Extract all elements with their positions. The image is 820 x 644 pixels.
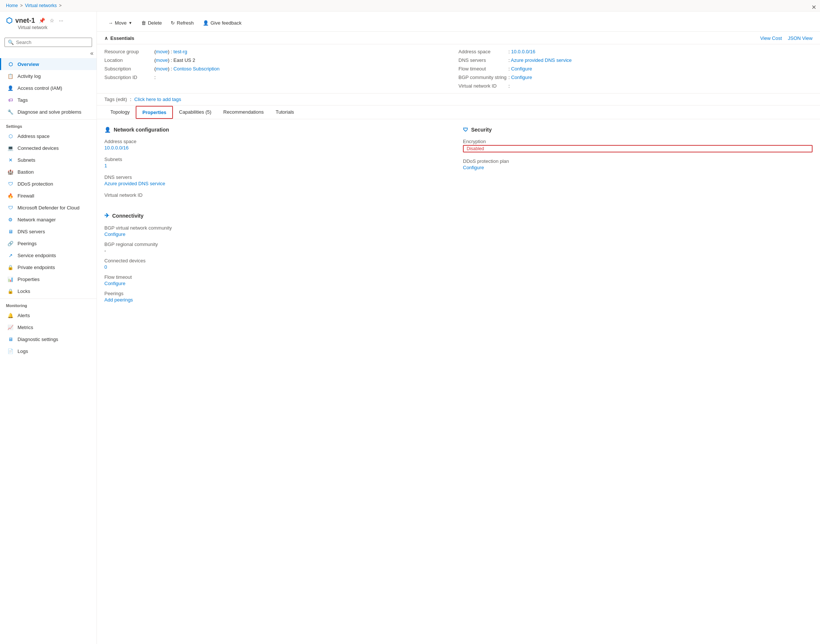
collapse-button[interactable]: « bbox=[90, 50, 93, 57]
essentials-vnet-id: Virtual network ID : bbox=[458, 83, 812, 89]
locks-icon: 🔒 bbox=[7, 288, 14, 294]
tabs-bar: Topology Properties Capabilities (5) Rec… bbox=[97, 106, 820, 119]
sidebar-item-peerings[interactable]: 🔗 Peerings bbox=[0, 238, 97, 249]
prop-vnet-id: Virtual network ID bbox=[104, 192, 454, 199]
subnets-icon: ✕ bbox=[7, 156, 14, 163]
flow-timeout-value-link[interactable]: Configure bbox=[511, 66, 532, 72]
delete-icon: 🗑 bbox=[141, 20, 146, 26]
prop-bgp-regional: BGP regional community - bbox=[104, 241, 812, 253]
ddos-prop-value[interactable]: Configure bbox=[463, 165, 812, 170]
tags-edit-link[interactable]: edit bbox=[117, 97, 125, 102]
dns-servers-prop-value[interactable]: Azure provided DNS service bbox=[104, 181, 454, 186]
sidebar-item-tags[interactable]: 🏷 Tags bbox=[0, 94, 97, 106]
connectivity-section: ✈ Connectivity BGP virtual network commu… bbox=[97, 210, 820, 314]
essentials-address-space: Address space : 10.0.0.0/16 bbox=[458, 49, 812, 54]
connected-devices-icon: 💻 bbox=[7, 145, 14, 151]
sidebar-item-defender[interactable]: 🛡 Microsoft Defender for Cloud bbox=[0, 202, 97, 213]
subscription-move-link[interactable]: move bbox=[156, 66, 168, 72]
connected-devices-prop-value[interactable]: 0 bbox=[104, 264, 812, 270]
sidebar-item-private-endpoints[interactable]: 🔒 Private endpoints bbox=[0, 261, 97, 273]
move-icon: → bbox=[108, 20, 113, 26]
sidebar-item-activity-log[interactable]: 📋 Activity log bbox=[0, 70, 97, 82]
resource-group-move-link[interactable]: move bbox=[156, 49, 168, 54]
sidebar-item-address-space[interactable]: ⬡ Address space bbox=[0, 130, 97, 142]
sidebar-item-properties[interactable]: 📊 Properties bbox=[0, 273, 97, 285]
prop-bgp-community: BGP virtual network community Configure bbox=[104, 225, 812, 237]
json-view-link[interactable]: JSON View bbox=[788, 35, 812, 41]
refresh-button[interactable]: ↻ Refresh bbox=[167, 18, 198, 28]
properties-icon: 📊 bbox=[7, 276, 14, 282]
sidebar-item-bastion[interactable]: 🏰 Bastion bbox=[0, 166, 97, 178]
search-input[interactable] bbox=[16, 40, 89, 45]
breadcrumb-virtual-networks[interactable]: Virtual networks bbox=[25, 3, 57, 8]
tab-tutorials[interactable]: Tutorials bbox=[270, 106, 300, 119]
breadcrumb-sep2: > bbox=[59, 3, 61, 8]
delete-button[interactable]: 🗑 Delete bbox=[138, 18, 166, 28]
prop-address-space: Address space 10.0.0.0/16 bbox=[104, 139, 454, 150]
metrics-icon: 📈 bbox=[7, 324, 14, 331]
resource-name: ⬡ vnet-1 📌 ☆ ··· bbox=[6, 16, 90, 25]
peerings-prop-value[interactable]: Add peerings bbox=[104, 297, 812, 303]
more-icon[interactable]: ··· bbox=[58, 17, 64, 24]
service-endpoints-icon: ↗ bbox=[7, 252, 14, 259]
logs-icon: 📄 bbox=[7, 348, 14, 354]
flow-timeout-prop-value[interactable]: Configure bbox=[104, 281, 812, 286]
security-header: 🛡 Security bbox=[463, 127, 812, 133]
feedback-button[interactable]: 👤 Give feedback bbox=[199, 18, 245, 28]
sidebar-item-connected-devices[interactable]: 💻 Connected devices bbox=[0, 142, 97, 154]
sidebar-item-service-endpoints[interactable]: ↗ Service endpoints bbox=[0, 249, 97, 261]
diagnostic-icon: 🖥 bbox=[7, 336, 14, 342]
sidebar-item-dns-servers[interactable]: 🖥 DNS servers bbox=[0, 225, 97, 238]
subnets-prop-value[interactable]: 1 bbox=[104, 163, 454, 169]
sidebar-item-diagnostic-settings[interactable]: 🖥 Diagnostic settings bbox=[0, 333, 97, 345]
tab-properties[interactable]: Properties bbox=[136, 106, 173, 119]
move-button[interactable]: → Move ▼ bbox=[104, 18, 136, 28]
move-chevron-icon: ▼ bbox=[129, 21, 132, 25]
sidebar-item-subnets[interactable]: ✕ Subnets bbox=[0, 154, 97, 166]
tags-add-link[interactable]: Click here to add tags bbox=[134, 97, 181, 102]
security-icon: 🛡 bbox=[463, 127, 468, 133]
bgp-community-value-link[interactable]: Configure bbox=[511, 75, 532, 80]
view-cost-link[interactable]: View Cost bbox=[760, 35, 782, 41]
peerings-icon: 🔗 bbox=[7, 240, 14, 247]
prop-flow-timeout: Flow timeout Configure bbox=[104, 274, 812, 286]
sidebar-item-locks[interactable]: 🔒 Locks bbox=[0, 285, 97, 297]
sidebar-item-logs[interactable]: 📄 Logs bbox=[0, 345, 97, 357]
prop-encryption: Encryption Disabled bbox=[463, 139, 812, 152]
monitoring-section-label: Monitoring bbox=[0, 299, 97, 309]
dns-servers-value-link[interactable]: Azure provided DNS service bbox=[511, 57, 572, 63]
iam-icon: 👤 bbox=[7, 84, 14, 91]
pin-icon[interactable]: 📌 bbox=[38, 17, 46, 24]
address-space-icon: ⬡ bbox=[7, 133, 14, 140]
sidebar-item-iam[interactable]: 👤 Access control (IAM) bbox=[0, 82, 97, 94]
breadcrumb-home[interactable]: Home bbox=[6, 3, 18, 8]
tab-capabilities[interactable]: Capabilities (5) bbox=[173, 106, 217, 119]
sidebar-item-firewall[interactable]: 🔥 Firewall bbox=[0, 190, 97, 202]
essentials-flow-timeout: Flow timeout : Configure bbox=[458, 66, 812, 72]
essentials-collapse-icon[interactable]: ∧ bbox=[104, 35, 108, 41]
tags-separator: : bbox=[130, 97, 132, 102]
bgp-community-prop-value[interactable]: Configure bbox=[104, 232, 812, 237]
network-config-header: 👤 Network configuration bbox=[104, 127, 454, 133]
sidebar-item-alerts[interactable]: 🔔 Alerts bbox=[0, 309, 97, 321]
sidebar-item-diagnose[interactable]: 🔧 Diagnose and solve problems bbox=[0, 106, 97, 118]
sidebar-item-overview[interactable]: ⬡ Overview bbox=[0, 58, 97, 70]
tab-recommendations[interactable]: Recommendations bbox=[217, 106, 270, 119]
search-container: 🔍 bbox=[0, 36, 97, 50]
location-move-link[interactable]: move bbox=[156, 57, 168, 63]
dns-icon: 🖥 bbox=[7, 228, 14, 235]
essentials-location: Location (move) : East US 2 bbox=[104, 57, 458, 63]
resource-group-value[interactable]: test-rg bbox=[173, 49, 187, 54]
sidebar-item-network-manager[interactable]: ⚙ Network manager bbox=[0, 213, 97, 225]
subscription-value[interactable]: Contoso Subscription bbox=[173, 66, 219, 72]
address-space-prop-value[interactable]: 10.0.0.0/16 bbox=[104, 145, 454, 150]
sidebar-item-ddos[interactable]: 🛡 DDoS protection bbox=[0, 178, 97, 190]
address-space-value-link[interactable]: 10.0.0.0/16 bbox=[511, 49, 535, 54]
tags-row: Tags (edit) : Click here to add tags bbox=[97, 94, 820, 106]
sidebar-item-metrics[interactable]: 📈 Metrics bbox=[0, 321, 97, 333]
settings-section-label: Settings bbox=[0, 119, 97, 130]
star-icon[interactable]: ☆ bbox=[49, 17, 55, 24]
resource-type: Virtual network bbox=[6, 25, 90, 30]
tab-topology[interactable]: Topology bbox=[104, 106, 136, 119]
essentials-bgp-community: BGP community string : Configure bbox=[458, 75, 812, 80]
